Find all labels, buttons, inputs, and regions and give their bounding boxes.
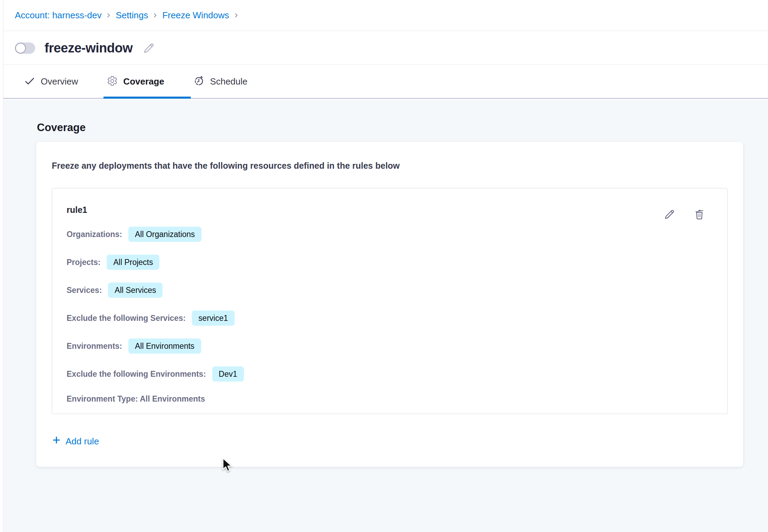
check-icon: [24, 76, 35, 88]
tab-schedule-label: Schedule: [210, 76, 247, 87]
toggle-knob: [15, 43, 26, 53]
breadcrumb-settings-link[interactable]: Settings: [116, 10, 148, 21]
rule-value-tag: Dev1: [212, 366, 244, 382]
rule-row-label: Exclude the following Environments:: [67, 370, 206, 379]
rule-value-tag: All Environments: [128, 338, 201, 354]
rule-row-exclude-services: Exclude the following Services: service1: [67, 311, 713, 326]
rule-value-tag: service1: [192, 311, 235, 326]
tab-bar: Overview Coverage Schedule: [3, 65, 768, 99]
rule-value-tag: All Organizations: [128, 227, 201, 242]
section-title: Coverage: [37, 121, 86, 134]
rule-card: rule1 Organizations: All Organizations P…: [52, 188, 728, 414]
rule-row-exclude-environments: Exclude the following Environments: Dev1: [67, 366, 713, 382]
rule-row-label: Environments:: [67, 342, 122, 351]
rule-row-label: Organizations:: [67, 230, 122, 239]
tab-schedule[interactable]: Schedule: [193, 75, 247, 88]
rule-row-label: Projects:: [67, 258, 100, 267]
card-description: Freeze any deployments that have the fol…: [52, 161, 728, 171]
tab-overview-label: Overview: [41, 76, 78, 87]
add-rule-button[interactable]: Add rule: [52, 435, 99, 447]
chevron-right-icon: [233, 12, 239, 18]
rule-name: rule1: [67, 205, 713, 215]
delete-rule-trash-icon[interactable]: [693, 208, 705, 220]
breadcrumb-account-link[interactable]: Account: harness-dev: [15, 10, 101, 21]
clock-history-icon: [193, 75, 205, 88]
page-header: freeze-window VISUAL YAML: [3, 31, 768, 65]
rule-value-tag: All Services: [108, 283, 163, 298]
left-edge-divider: [3, 0, 3, 532]
plus-icon: [52, 435, 61, 447]
chevron-right-icon: [152, 12, 158, 18]
rule-row-services: Services: All Services: [67, 283, 713, 298]
environment-type-line: Environment Type: All Environments: [67, 394, 713, 405]
freeze-enabled-toggle[interactable]: [15, 42, 35, 54]
rule-row-environments: Environments: All Environments: [67, 338, 713, 354]
main-content: Coverage Freeze any deployments that hav…: [3, 99, 768, 532]
rule-row-projects: Projects: All Projects: [67, 255, 713, 270]
rule-value-tag: All Projects: [107, 255, 159, 270]
breadcrumb-freeze-windows-link[interactable]: Freeze Windows: [162, 10, 229, 21]
tab-overview[interactable]: Overview: [24, 76, 78, 88]
rule-actions: [664, 208, 705, 220]
rule-row-label: Services:: [67, 286, 102, 295]
coverage-card: Freeze any deployments that have the fol…: [36, 142, 743, 467]
rule-row-label: Exclude the following Services:: [67, 314, 186, 323]
active-tab-underline: [104, 97, 191, 99]
chevron-right-icon: [106, 12, 111, 18]
tab-coverage-label: Coverage: [123, 76, 164, 87]
tab-coverage[interactable]: Coverage: [107, 76, 164, 88]
gear-icon: [107, 76, 118, 88]
rule-row-organizations: Organizations: All Organizations: [67, 227, 713, 242]
page-title: freeze-window: [45, 41, 132, 56]
add-rule-label: Add rule: [66, 436, 99, 447]
edit-title-pencil-icon[interactable]: [143, 42, 155, 54]
edit-rule-pencil-icon[interactable]: [664, 208, 676, 220]
breadcrumb: Account: harness-dev Settings Freeze Win…: [3, 0, 768, 31]
